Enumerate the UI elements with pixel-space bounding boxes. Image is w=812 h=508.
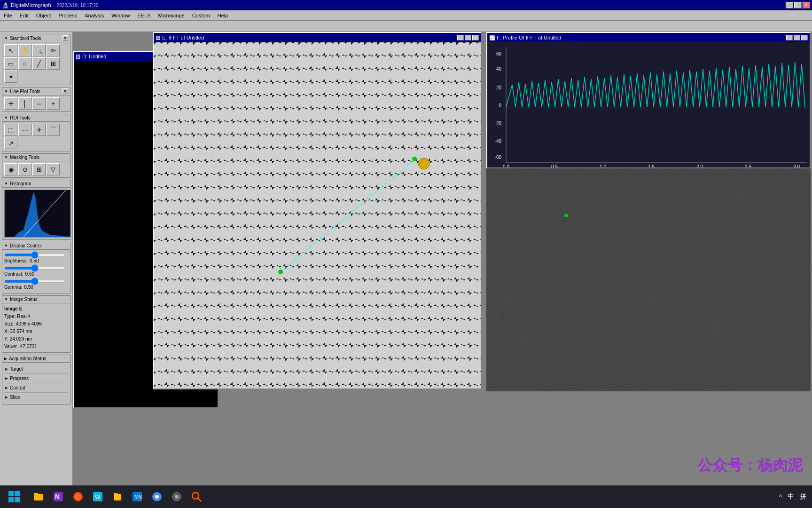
image-status-expand[interactable]: ▼ xyxy=(4,297,8,302)
roi-curve[interactable]: ⌒ xyxy=(47,124,60,136)
brightness-row: Brightness: 0.50 xyxy=(4,258,68,263)
brightness-slider[interactable] xyxy=(4,254,65,256)
display-expand[interactable]: ▼ xyxy=(4,244,8,248)
roi-dotted[interactable]: ⋯ xyxy=(18,124,31,136)
masking-tools-section: ▼ Masking Tools ◉ ⊙ ⊞ ▽ xyxy=(2,153,70,178)
window-e-maximize[interactable]: □ xyxy=(465,35,471,40)
tool-oval[interactable]: ○ xyxy=(18,57,31,70)
lp-vline[interactable]: │ xyxy=(18,97,31,110)
mask-target[interactable]: ⊙ xyxy=(18,163,31,175)
menu-microscope[interactable]: Microscope xyxy=(154,12,188,19)
roi-expand[interactable]: ▼ xyxy=(4,116,8,120)
acq-progress-arrow: ▶ xyxy=(5,376,8,381)
tool-zoom[interactable]: 🔍 xyxy=(32,44,46,56)
window-e-title: E: IFFT of Untitled xyxy=(162,35,204,40)
taskbar-chrome[interactable] xyxy=(148,488,165,505)
lp-plus[interactable]: + xyxy=(47,97,60,110)
profile-point-start[interactable] xyxy=(278,270,283,274)
profile-point-end[interactable] xyxy=(412,157,417,161)
histogram-section: ▼ Histogram xyxy=(2,180,70,240)
contrast-slider[interactable] xyxy=(4,267,65,270)
tool-pencil[interactable]: ✏ xyxy=(47,44,60,56)
lp-move[interactable]: ✛ xyxy=(4,97,17,110)
taskbar-app3[interactable] xyxy=(70,488,86,505)
profile-chart: 60 40 20 0 -20 -40 -60 0.0 0.5 1.0 1.5 xyxy=(487,42,810,167)
window-f-close[interactable]: ✕ xyxy=(801,35,808,40)
minimize-button[interactable]: _ xyxy=(786,2,793,8)
acq-label: Acquisition Status xyxy=(9,356,47,361)
yellow-marker[interactable] xyxy=(418,158,429,169)
masking-expand[interactable]: ▼ xyxy=(4,155,8,159)
tray-caret[interactable]: ^ xyxy=(779,493,782,500)
size-value: 4096 x 4096 xyxy=(16,321,42,326)
image-type: Type: Real 4 xyxy=(4,313,68,320)
lp-hline[interactable]: ─ xyxy=(32,97,46,110)
menu-eels[interactable]: EELS xyxy=(133,12,154,19)
subtitle: 2022/3/19, 10:17:20 xyxy=(57,3,99,8)
mask-circle[interactable]: ◉ xyxy=(4,163,17,175)
standard-tools-expand[interactable]: ▼ xyxy=(4,36,8,40)
menu-bar: File Edit Object Process Analysis Window… xyxy=(0,10,812,21)
value-label: Value: xyxy=(4,344,17,349)
mask-filter[interactable]: ▽ xyxy=(47,163,60,175)
close-button[interactable]: ✕ xyxy=(803,2,810,8)
tool-grid[interactable]: ⊞ xyxy=(47,57,60,70)
window-e-close[interactable]: ✕ xyxy=(472,35,479,40)
svg-rect-37 xyxy=(15,497,20,502)
acq-control[interactable]: ▶ Control xyxy=(4,383,68,393)
maximize-button[interactable]: □ xyxy=(794,2,802,8)
tray-ime-mode[interactable]: 拼 xyxy=(800,492,806,501)
svg-text:-60: -60 xyxy=(495,155,502,160)
tray-ime-lang[interactable]: 中 xyxy=(788,492,794,501)
standard-tools-close[interactable]: ✕ xyxy=(62,35,68,41)
window-f-maximize[interactable]: □ xyxy=(794,35,800,40)
menu-file[interactable]: File xyxy=(0,12,16,19)
taskbar-search[interactable] xyxy=(188,488,205,505)
taskbar-explorer[interactable] xyxy=(30,488,47,505)
roi-rect[interactable]: ⬚ xyxy=(4,124,17,136)
menu-edit[interactable]: Edit xyxy=(16,12,32,19)
roi-cross[interactable]: ✛ xyxy=(32,124,46,136)
mask-grid[interactable]: ⊞ xyxy=(32,163,46,175)
window-e-minimize[interactable]: _ xyxy=(457,35,464,40)
standard-tools-grid: ↖ ✋ 🔍 ✏ ▭ ○ ╱ ⊞ ✦ xyxy=(2,42,70,85)
tool-hand[interactable]: ✋ xyxy=(18,44,31,56)
gamma-slider[interactable] xyxy=(4,280,65,283)
tem-green-marker[interactable] xyxy=(564,214,568,217)
taskbar-app4[interactable]: W xyxy=(89,488,106,505)
line-plot-close[interactable]: ✕ xyxy=(62,88,68,94)
taskbar-files[interactable] xyxy=(109,488,126,505)
tool-line[interactable]: ╱ xyxy=(32,57,46,70)
menu-object[interactable]: Object xyxy=(32,12,55,19)
acq-target[interactable]: ▶ Target xyxy=(4,365,68,374)
tool-rect[interactable]: ▭ xyxy=(4,57,17,70)
menu-custom[interactable]: Custom xyxy=(188,12,214,19)
menu-analysis[interactable]: Analysis xyxy=(81,12,108,19)
menu-process[interactable]: Process xyxy=(55,12,81,19)
standard-tools-label: Standard Tools xyxy=(10,36,41,41)
acq-control-arrow: ▶ xyxy=(5,386,8,390)
acq-expand[interactable]: ▶ xyxy=(4,357,7,361)
tool-select[interactable]: ↖ xyxy=(4,44,17,56)
taskbar-store[interactable]: MS xyxy=(129,488,146,505)
taskbar-settings[interactable] xyxy=(168,488,185,505)
roi-arrow[interactable]: ↗ xyxy=(4,137,17,149)
app3-icon xyxy=(72,491,84,502)
histogram-canvas xyxy=(5,190,70,237)
contrast-row: Contrast: 0.50 xyxy=(4,271,68,277)
standard-tools-header: ▼ Standard Tools ✕ xyxy=(2,34,70,42)
acq-progress[interactable]: ▶ Progress xyxy=(4,374,68,383)
acq-slice[interactable]: ▶ Slice xyxy=(4,393,68,402)
app-icon: 🔬 xyxy=(2,2,9,8)
tool-star[interactable]: ✦ xyxy=(4,71,17,83)
line-plot-expand[interactable]: ▼ xyxy=(4,89,8,94)
menu-window[interactable]: Window xyxy=(108,12,133,19)
svg-text:W: W xyxy=(95,494,101,500)
window-f-minimize[interactable]: _ xyxy=(786,35,793,40)
taskbar-onenote[interactable]: N xyxy=(50,488,67,505)
start-button[interactable] xyxy=(6,488,23,505)
image-status-section: ▼ Image Status Image E Type: Real 4 Size… xyxy=(2,295,70,353)
menu-help[interactable]: Help xyxy=(214,12,232,19)
histogram-expand[interactable]: ▼ xyxy=(4,182,8,186)
display-label: Display Control xyxy=(10,243,42,248)
